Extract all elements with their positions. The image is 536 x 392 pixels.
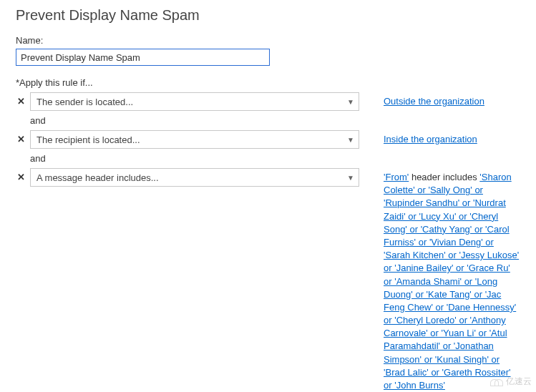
- condition-dropdown[interactable]: A message header includes... ▼: [30, 168, 359, 187]
- dropdown-text: The recipient is located...: [36, 134, 140, 145]
- condition-value: Inside the organization: [384, 130, 520, 146]
- condition-dropdown[interactable]: The recipient is located... ▼: [30, 130, 359, 149]
- apply-rule-label: *Apply this rule if...: [16, 77, 520, 88]
- watermark: 亿速云: [490, 376, 532, 388]
- condition-dropdown[interactable]: The sender is located... ▼: [30, 92, 359, 111]
- condition-link[interactable]: Outside the organization: [384, 96, 484, 107]
- name-label: Name:: [16, 35, 520, 46]
- name-input[interactable]: [16, 49, 270, 66]
- condition-value: 'From' header includes 'Sharon Colette' …: [384, 168, 520, 392]
- condition-row: ✕ The recipient is located... ▼ Inside t…: [16, 130, 520, 149]
- condition-value: Outside the organization: [384, 92, 520, 108]
- chevron-down-icon: ▼: [347, 136, 354, 144]
- condition-plain: header includes: [409, 172, 479, 182]
- chevron-down-icon: ▼: [347, 174, 354, 182]
- condition-row: ✕ The sender is located... ▼ Outside the…: [16, 92, 520, 111]
- page-title: Prevent Display Name Spam: [0, 0, 536, 35]
- remove-condition-button[interactable]: ✕: [16, 168, 26, 185]
- and-separator: and: [30, 153, 520, 164]
- remove-condition-button[interactable]: ✕: [16, 92, 26, 109]
- condition-link[interactable]: 'Sharon Colette' or 'Sally Ong' or 'Rupi…: [384, 172, 519, 391]
- dropdown-text: The sender is located...: [36, 97, 133, 107]
- and-separator: and: [30, 115, 520, 126]
- condition-link[interactable]: 'From': [384, 172, 409, 182]
- chevron-down-icon: ▼: [347, 98, 354, 106]
- cloud-icon: [490, 378, 503, 386]
- dropdown-text: A message header includes...: [36, 172, 159, 183]
- watermark-text: 亿速云: [506, 376, 532, 388]
- condition-row: ✕ A message header includes... ▼ 'From' …: [16, 168, 520, 392]
- condition-link[interactable]: Inside the organization: [384, 134, 477, 144]
- remove-condition-button[interactable]: ✕: [16, 130, 26, 147]
